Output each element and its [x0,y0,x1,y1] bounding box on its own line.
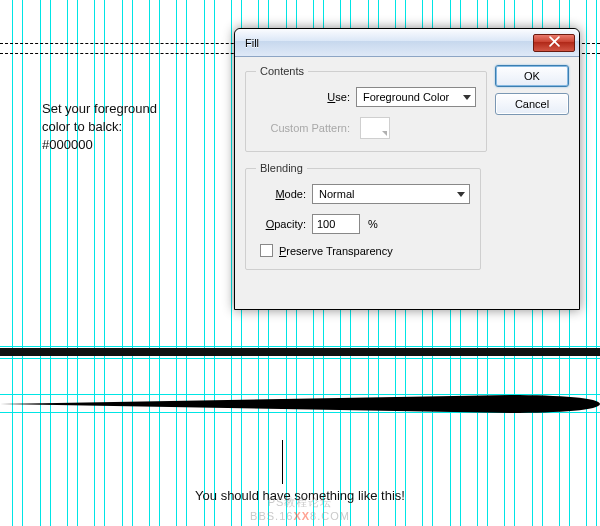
instr-line: color to balck: [42,118,157,136]
dialog-title: Fill [245,37,533,49]
ok-button[interactable]: OK [495,65,569,87]
mode-label: Mode: [256,188,312,200]
instr-line: #000000 [42,136,157,154]
filled-bar [0,348,600,356]
custom-pattern-label: Custom Pattern: [256,122,356,134]
close-button[interactable] [533,34,575,52]
preserve-transparency-checkbox[interactable] [260,244,273,257]
cancel-label: Cancel [515,98,549,110]
preserve-transparency-label: Preserve Transparency [279,245,393,257]
close-icon [549,36,560,49]
chevron-down-icon [463,95,471,100]
instr-line: Set your foreground [42,100,157,118]
opacity-label: Opacity: [256,218,312,230]
tapered-shape [0,395,598,413]
mode-combobox[interactable]: Normal [312,184,470,204]
instruction-text: Set your foreground color to balck: #000… [42,100,157,154]
chevron-down-icon [457,192,465,197]
chevron-down-icon [382,131,387,136]
blending-legend: Blending [256,162,307,174]
contents-legend: Contents [256,65,308,77]
use-label: Use: [256,91,356,103]
caption-pointer [282,440,283,484]
custom-pattern-swatch [360,117,390,139]
ok-label: OK [524,70,540,82]
caption-text: You should have something like this! [0,488,600,503]
opacity-input[interactable]: 100 [312,214,360,234]
fill-dialog: Fill OK Cancel Contents Use: Foreground … [234,28,580,310]
opacity-suffix: % [360,218,378,230]
dialog-titlebar[interactable]: Fill [235,29,579,57]
mode-value: Normal [319,188,457,200]
cancel-button[interactable]: Cancel [495,93,569,115]
use-combobox[interactable]: Foreground Color [356,87,476,107]
use-value: Foreground Color [363,91,463,103]
